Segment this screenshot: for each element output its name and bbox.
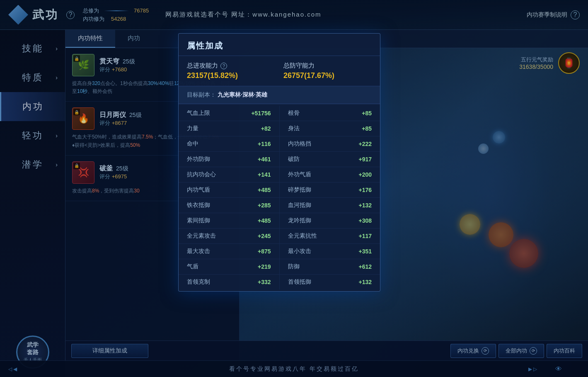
stat-label: 最小攻击: [288, 248, 311, 255]
stats-cell: 命中 +116: [179, 136, 280, 151]
stat-label: 铁衣抵御: [187, 202, 210, 209]
stat-value: +917: [358, 156, 372, 163]
stats-row: 外功防御 +461 破防 +917: [179, 152, 380, 167]
stats-cell: 外功气盾 +200: [280, 167, 380, 182]
stat-label: 破防: [288, 156, 300, 163]
stat-label: 力量: [187, 125, 198, 132]
stats-row: 气血上限 +51756 根骨 +85: [179, 106, 380, 121]
stat-label: 气盾: [187, 263, 198, 270]
stat-label: 碎梦抵御: [288, 186, 311, 194]
stat-value: +485: [258, 187, 271, 193]
stats-cell: 最小攻击 +351: [280, 244, 380, 259]
stat-value: +141: [258, 171, 271, 178]
stats-cell: 气盾 +219: [179, 259, 280, 274]
popup-defense-label: 总防守能力: [283, 62, 372, 70]
stats-cell: 最大攻击 +875: [179, 244, 280, 259]
stats-row: 铁衣抵御 +285 血河抵御 +132: [179, 198, 380, 213]
stat-value: +176: [358, 187, 372, 193]
stat-value: +351: [358, 248, 372, 255]
stat-label: 血河抵御: [288, 202, 311, 209]
stats-row: 素间抵御 +485 龙吟抵御 +308: [179, 213, 380, 229]
stat-value: +51756: [251, 110, 271, 117]
stat-value: +875: [258, 248, 271, 255]
stat-value: +285: [258, 202, 271, 209]
stats-cell: 血河抵御 +132: [280, 198, 380, 213]
stat-value: +219: [258, 263, 271, 270]
attribute-popup: 属性加成 总进攻能力 ? 23157(15.82%) 总防守能力 26757(1…: [178, 33, 380, 292]
stat-label: 首领克制: [187, 278, 210, 286]
stats-row: 命中 +116 内功格挡 +222: [179, 136, 380, 152]
stats-row: 抗内功会心 +141 外功气盾 +200: [179, 167, 380, 182]
stat-value: +85: [362, 125, 372, 132]
stats-cell: 全元素抗性 +117: [280, 229, 380, 243]
attack-help-icon[interactable]: ?: [220, 63, 227, 69]
popup-target-row: 目标副本： 九光寒林·深林·英雄: [179, 86, 380, 104]
stats-cell: 首领克制 +332: [179, 275, 280, 289]
stat-label: 外功防御: [187, 156, 210, 163]
stat-label: 命中: [187, 140, 198, 148]
stats-cell: 气血上限 +51756: [179, 106, 280, 121]
stat-value: +82: [261, 125, 271, 132]
stat-label: 身法: [288, 125, 300, 132]
stat-value: +117: [358, 233, 372, 239]
popup-attack-defense-section: 总进攻能力 ? 23157(15.82%) 总防守能力 26757(17.67%…: [179, 56, 380, 86]
popup-defense-group: 总防守能力 26757(17.67%): [283, 62, 372, 80]
stat-value: +85: [362, 110, 372, 117]
stat-label: 全元素抗性: [288, 232, 317, 240]
stat-label: 龙吟抵御: [288, 217, 311, 224]
stats-row: 气盾 +219 防御 +612: [179, 259, 380, 275]
stat-value: +308: [358, 217, 372, 224]
stats-row: 首领克制 +332 首领抵御 +132: [179, 275, 380, 289]
popup-defense-value: 26757(17.67%): [283, 71, 372, 80]
stats-cell: 根骨 +85: [280, 106, 380, 121]
stats-row: 力量 +82 身法 +85: [179, 121, 380, 136]
stat-value: +461: [258, 156, 271, 163]
popup-attack-value: 23157(15.82%): [187, 71, 275, 80]
stats-cell: 素间抵御 +485: [179, 213, 280, 228]
stats-cell: 抗内功会心 +141: [179, 167, 280, 182]
stats-cell: 力量 +82: [179, 121, 280, 136]
stat-label: 素间抵御: [187, 217, 210, 224]
stat-value: +332: [258, 279, 271, 285]
stat-value: +132: [358, 202, 372, 209]
popup-stats-grid: 气血上限 +51756 根骨 +85 力量 +82 身法 +85 命中 +116: [179, 104, 380, 291]
stats-cell: 首领抵御 +132: [280, 275, 380, 289]
stats-cell: 身法 +85: [280, 121, 380, 136]
stat-label: 根骨: [288, 109, 300, 117]
stat-value: +222: [358, 141, 372, 147]
stat-label: 抗内功会心: [187, 171, 216, 178]
stat-value: +612: [358, 263, 372, 270]
popup-title: 属性加成: [179, 34, 380, 56]
stats-cell: 外功防御 +461: [179, 152, 280, 167]
stat-label: 外功气盾: [288, 171, 311, 178]
popup-attack-group: 总进攻能力 ? 23157(15.82%): [187, 62, 275, 80]
stats-cell: 内功气盾 +485: [179, 182, 280, 197]
stat-label: 内功格挡: [288, 140, 311, 148]
stats-cell: 碎梦抵御 +176: [280, 182, 380, 197]
stat-value: +245: [258, 233, 271, 239]
popup-target-value: 九光寒林·深林·英雄: [218, 91, 267, 98]
stat-label: 气血上限: [187, 109, 210, 117]
stat-label: 防御: [288, 263, 300, 270]
stats-cell: 防御 +612: [280, 259, 380, 274]
stats-cell: 铁衣抵御 +285: [179, 198, 280, 213]
stat-value: +485: [258, 217, 271, 224]
stats-row: 最大攻击 +875 最小攻击 +351: [179, 244, 380, 259]
stats-cell: 内功格挡 +222: [280, 136, 380, 151]
stat-label: 全元素攻击: [187, 232, 216, 240]
stat-value: +116: [258, 141, 271, 147]
stats-row: 内功气盾 +485 碎梦抵御 +176: [179, 182, 380, 198]
stat-label: 内功气盾: [187, 186, 210, 194]
stat-value: +132: [358, 279, 372, 285]
stats-cell: 龙吟抵御 +308: [280, 213, 380, 228]
stats-cell: 全元素攻击 +245: [179, 229, 280, 243]
stats-row: 全元素攻击 +245 全元素抗性 +117: [179, 229, 380, 244]
stat-label: 首领抵御: [288, 278, 311, 286]
stats-cell: 破防 +917: [280, 152, 380, 167]
popup-attack-label: 总进攻能力 ?: [187, 62, 275, 70]
stat-value: +200: [358, 171, 372, 178]
popup-target-label: 目标副本：: [187, 91, 216, 98]
stat-label: 最大攻击: [187, 248, 210, 255]
